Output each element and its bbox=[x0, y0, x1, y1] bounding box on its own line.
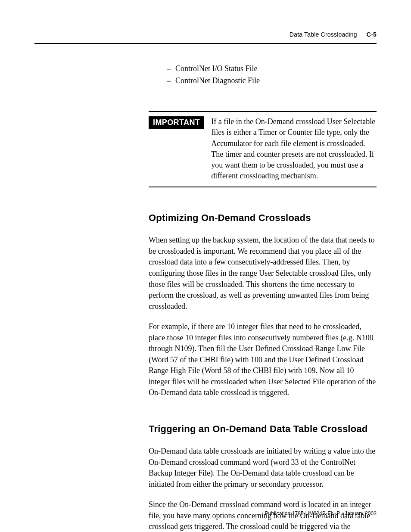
bullet-dash-icon: – bbox=[167, 63, 175, 74]
section-heading-optimize: Optimizing On-Demand Crossloads bbox=[149, 212, 377, 224]
footer-publication: Publication 1785-UM024B-EN-P - January 2… bbox=[265, 510, 377, 516]
running-header: Data Table Crossloading C-5 bbox=[34, 27, 377, 41]
bullet-list: – ControlNet I/O Status File – ControlNe… bbox=[149, 63, 377, 86]
body-paragraph: When setting up the backup system, the l… bbox=[149, 235, 377, 312]
header-section-title: Data Table Crossloading bbox=[290, 31, 357, 38]
bullet-item: – ControlNet Diagnostic File bbox=[167, 75, 377, 86]
callout-inner: IMPORTANT If a file in the On-Demand cro… bbox=[149, 116, 377, 181]
bullet-text: ControlNet I/O Status File bbox=[175, 63, 258, 74]
bullet-dash-icon: – bbox=[167, 75, 175, 86]
header-page-number: C-5 bbox=[367, 31, 377, 38]
body-paragraph: On-Demand data table crossloads are init… bbox=[149, 446, 377, 490]
important-text: If a file in the On-Demand crossload Use… bbox=[211, 116, 377, 181]
page: Data Table Crossloading C-5 – ControlNet… bbox=[0, 0, 411, 532]
header-rule bbox=[34, 43, 377, 44]
bullet-item: – ControlNet I/O Status File bbox=[167, 63, 377, 74]
section-heading-trigger: Triggering an On-Demand Data Table Cross… bbox=[149, 423, 377, 435]
important-label-wrap: IMPORTANT bbox=[149, 116, 204, 129]
important-label: IMPORTANT bbox=[149, 116, 204, 129]
content-column: – ControlNet I/O Status File – ControlNe… bbox=[149, 63, 377, 532]
bullet-text: ControlNet Diagnostic File bbox=[175, 75, 260, 86]
body-paragraph: For example, if there are 10 integer fil… bbox=[149, 321, 377, 398]
important-callout: IMPORTANT If a file in the On-Demand cro… bbox=[149, 111, 377, 187]
